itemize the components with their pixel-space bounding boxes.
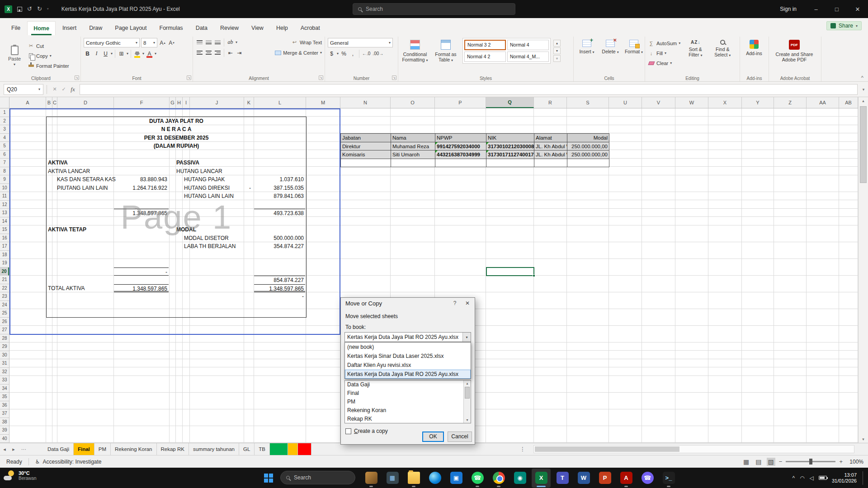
- number-format-select[interactable]: General▾: [328, 38, 393, 47]
- column-header-B[interactable]: B: [46, 97, 52, 108]
- align-top-icon[interactable]: [196, 38, 203, 47]
- book-option-kertas-kerja-sinar-duta-laser-2025-xlsx[interactable]: Kertas Kerja Sinar Duta Laser 2025.xlsx: [345, 352, 471, 361]
- column-header-X[interactable]: X: [708, 97, 742, 108]
- ribbon-tab-acrobat[interactable]: Acrobat: [295, 21, 326, 35]
- undo-icon[interactable]: ↺: [27, 6, 32, 12]
- delete-cells-button[interactable]: Delete ▾: [600, 38, 621, 74]
- dialog-help-icon[interactable]: ?: [451, 300, 458, 306]
- taskbar-app-store[interactable]: ▣: [447, 469, 466, 488]
- decrease-indent-icon[interactable]: ⇤: [226, 48, 234, 57]
- style-option-normal-4[interactable]: Normal 4: [507, 40, 549, 50]
- org-empty-cell[interactable]: [341, 159, 391, 168]
- zoom-slider-thumb[interactable]: [809, 459, 812, 465]
- column-header-N[interactable]: N: [340, 97, 391, 108]
- zoom-out-icon[interactable]: −: [779, 458, 783, 465]
- weather-widget[interactable]: 30°CBerawan: [4, 470, 36, 482]
- column-header-D[interactable]: D: [57, 97, 114, 108]
- font-dialog-launcher-icon[interactable]: ↘: [187, 75, 191, 80]
- row-header-28[interactable]: 28: [0, 334, 9, 343]
- align-left-icon[interactable]: [196, 48, 203, 57]
- bold-button[interactable]: B: [84, 49, 91, 58]
- row-header-21[interactable]: 21: [0, 276, 9, 284]
- ok-button[interactable]: OK: [422, 432, 444, 442]
- column-header-AB[interactable]: AB: [839, 97, 858, 108]
- row-header-32[interactable]: 32: [0, 368, 9, 376]
- row-header-17[interactable]: 17: [0, 242, 9, 251]
- column-header-AA[interactable]: AA: [807, 97, 839, 108]
- column-header-V[interactable]: V: [642, 97, 675, 108]
- org-header-cell[interactable]: NIK: [486, 134, 534, 142]
- gallery-down-icon[interactable]: ▾: [553, 47, 561, 54]
- taskbar-app-photo[interactable]: [362, 469, 381, 488]
- autosum-button[interactable]: ∑AutoSum▾: [648, 39, 680, 47]
- taskbar-app-teams[interactable]: T: [553, 469, 572, 488]
- column-header-U[interactable]: U: [609, 97, 642, 108]
- ribbon-tab-home[interactable]: Home: [27, 21, 56, 35]
- normal-view-icon[interactable]: ▦: [742, 458, 750, 466]
- row-header-14[interactable]: 14: [0, 217, 9, 226]
- sheet-list-scrollbar-thumb[interactable]: [465, 387, 470, 399]
- row-header-35[interactable]: 35: [0, 393, 9, 401]
- borders-icon[interactable]: ⊞: [118, 49, 125, 58]
- taskbar-app-edge[interactable]: [425, 469, 444, 488]
- wrap-text-button[interactable]: ↩Wrap Text: [291, 38, 322, 47]
- row-header-6[interactable]: 6: [0, 150, 9, 159]
- row-header-2[interactable]: 2: [0, 117, 9, 126]
- book-option-daftar-klien-ayu-revisi-xlsx[interactable]: Daftar Klien Ayu revisi.xlsx: [345, 361, 471, 370]
- row-header-9[interactable]: 9: [0, 175, 9, 184]
- minimize-button[interactable]: –: [806, 0, 826, 18]
- row-header-7[interactable]: 7: [0, 159, 9, 167]
- row-header-24[interactable]: 24: [0, 301, 9, 310]
- taskbar-app-word[interactable]: W: [574, 469, 593, 488]
- row-header-34[interactable]: 34: [0, 385, 9, 393]
- org-cell[interactable]: 443216387034999: [435, 150, 486, 159]
- column-header-W[interactable]: W: [675, 97, 708, 108]
- sheet-tab-final[interactable]: Final: [74, 443, 94, 455]
- comma-style-icon[interactable]: ,: [349, 49, 357, 58]
- accounting-format-icon[interactable]: $: [328, 49, 335, 58]
- org-header-cell[interactable]: Nama: [391, 134, 435, 142]
- row-header-33[interactable]: 33: [0, 376, 9, 385]
- paste-button[interactable]: Paste ▾: [4, 38, 25, 74]
- style-option-normal-3-2[interactable]: Normal 3 2: [464, 40, 506, 50]
- wifi-icon[interactable]: ◠: [800, 475, 804, 481]
- org-cell[interactable]: 3173010212030008: [486, 142, 534, 151]
- column-header-R[interactable]: R: [534, 97, 567, 108]
- sheet-tab-tb[interactable]: TB: [255, 443, 270, 455]
- style-option-normal-4-2[interactable]: Normal 4 2: [464, 52, 506, 62]
- sheet-option-data-gaji[interactable]: Data Gaji: [345, 380, 463, 389]
- ribbon-tab-help[interactable]: Help: [270, 21, 294, 35]
- org-empty-cell[interactable]: [534, 159, 567, 168]
- org-header-cell[interactable]: Jabatan: [341, 134, 391, 142]
- org-cell[interactable]: JL. Kh Abdul W: [534, 142, 567, 151]
- dialog-close-icon[interactable]: ✕: [464, 300, 471, 306]
- expand-formula-bar-icon[interactable]: ▾: [859, 87, 868, 92]
- align-bottom-icon[interactable]: [214, 38, 222, 47]
- formula-input[interactable]: [80, 84, 858, 95]
- fill-handle[interactable]: [533, 274, 535, 277]
- create-pdf-button[interactable]: Create and ShareAdobe PDF: [772, 38, 817, 74]
- sheet-option-final[interactable]: Final: [345, 389, 463, 398]
- cancel-button[interactable]: Cancel: [448, 432, 472, 442]
- ribbon-tab-review[interactable]: Review: [214, 21, 245, 35]
- column-header-Q[interactable]: Q: [486, 97, 534, 108]
- row-header-16[interactable]: 16: [0, 234, 9, 243]
- row-header-31[interactable]: 31: [0, 359, 9, 368]
- row-header-29[interactable]: 29: [0, 343, 9, 351]
- row-header-30[interactable]: 30: [0, 351, 9, 360]
- scroll-up-icon[interactable]: ▴: [859, 97, 868, 104]
- org-empty-cell[interactable]: [391, 159, 435, 168]
- ribbon-tab-view[interactable]: View: [245, 21, 269, 35]
- column-header-S[interactable]: S: [567, 97, 609, 108]
- row-header-13[interactable]: 13: [0, 209, 9, 217]
- org-cell[interactable]: 991427592034000: [435, 142, 486, 151]
- clear-button[interactable]: Clear▾: [648, 59, 680, 67]
- scroll-down-icon[interactable]: ▾: [859, 436, 868, 443]
- tab-scroll-left-icon[interactable]: ◂: [0, 446, 9, 452]
- increase-decimal-icon[interactable]: ←.0: [362, 49, 371, 58]
- sheet-tab-rekening-koran[interactable]: Rekening Koran: [111, 443, 156, 455]
- close-button[interactable]: ✕: [847, 0, 868, 18]
- taskbar-app-powerpoint[interactable]: P: [595, 469, 614, 488]
- ribbon-tab-page-layout[interactable]: Page Layout: [109, 21, 152, 35]
- column-header-K[interactable]: K: [244, 97, 254, 108]
